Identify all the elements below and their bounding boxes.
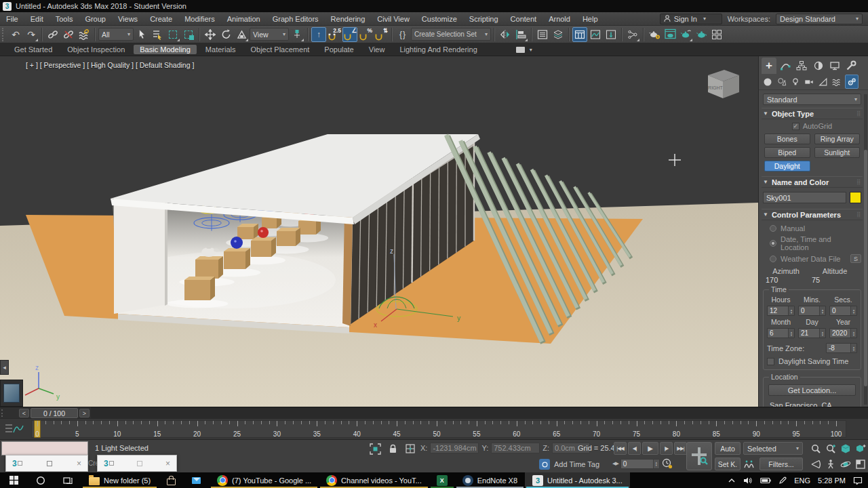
cameras-category[interactable] xyxy=(803,75,815,89)
trackbar-ruler[interactable]: 0510152025303540455055606570758085909510… xyxy=(0,419,868,439)
render-in-cloud-button[interactable] xyxy=(678,27,693,42)
menu-civil-view[interactable]: Civil View xyxy=(371,12,415,25)
play-button[interactable]: ▶ xyxy=(642,442,658,455)
menu-graph-editors[interactable]: Graph Editors xyxy=(267,12,325,25)
zoom-icon[interactable] xyxy=(808,441,823,456)
object-name-field[interactable]: Sky001 xyxy=(763,192,846,203)
viewport-label[interactable]: [ + ] [ Perspective ] [ High Quality ] [… xyxy=(26,61,194,69)
menu-modifiers[interactable]: Modifiers xyxy=(178,12,221,25)
field-of-view-icon[interactable] xyxy=(808,457,823,472)
create-tab[interactable]: + xyxy=(762,58,776,74)
viewport-scene[interactable]: z y x z x y xyxy=(0,56,758,407)
ribbon-tab-object-inspection[interactable]: Object Inspection xyxy=(61,45,131,54)
mins-spinner[interactable]: 0▴▾ xyxy=(798,306,826,316)
object-color-swatch[interactable] xyxy=(850,192,861,203)
maximize-viewport-toggle[interactable] xyxy=(853,457,867,472)
workspaces-dropdown[interactable]: Design Standard ▾ xyxy=(776,14,863,24)
ribbon-tab-get-started[interactable]: Get Started xyxy=(8,45,58,54)
snaps-toggle[interactable]: 2.5 xyxy=(327,27,342,42)
quick-render-button[interactable] xyxy=(694,27,709,42)
month-spinner[interactable]: 6▴▾ xyxy=(767,328,795,338)
clock[interactable]: 5:28 PM xyxy=(818,476,846,485)
radio-manual[interactable]: Manual xyxy=(762,223,863,234)
curve-editor-button[interactable] xyxy=(588,27,603,42)
language-indicator[interactable]: ENG xyxy=(794,476,810,485)
key-filters-button[interactable] xyxy=(742,458,755,471)
shapes-category[interactable] xyxy=(775,75,787,89)
selection-filter-dropdown[interactable]: All▾ xyxy=(98,28,134,41)
time-zone-spinner[interactable]: -8▴▾ xyxy=(826,343,857,353)
select-object-button[interactable] xyxy=(134,27,149,42)
schematic-view-button[interactable] xyxy=(604,27,618,42)
motion-tab[interactable] xyxy=(811,58,826,74)
taskbar-button-store[interactable] xyxy=(158,472,184,488)
add-time-tag[interactable]: Add Time Tag xyxy=(539,459,599,470)
toggle-scene-explorer-button[interactable] xyxy=(535,27,550,42)
isolate-selection-toggle[interactable] xyxy=(368,442,382,455)
object-type-daylight-button[interactable]: Daylight xyxy=(764,161,810,171)
name-color-header[interactable]: ▼Name and Color⣿ xyxy=(762,176,863,188)
walk-through-icon[interactable] xyxy=(823,457,837,472)
time-slider-track[interactable] xyxy=(91,407,868,418)
zoom-all-icon[interactable] xyxy=(823,441,837,456)
percent-snap-toggle[interactable]: % xyxy=(358,27,373,42)
reference-coordinate-dropdown[interactable]: View▾ xyxy=(250,28,289,41)
panel-collapse-arrow[interactable]: ◂ xyxy=(0,360,9,375)
autogrid-checkbox[interactable]: ✓ xyxy=(792,123,800,130)
redo-button[interactable]: ↷ xyxy=(24,27,39,42)
toggle-layer-explorer-button[interactable] xyxy=(551,27,566,42)
space-warps-category[interactable] xyxy=(831,75,843,89)
get-location-button[interactable]: Get Location... xyxy=(768,384,856,396)
rectangular-selection-region-button[interactable] xyxy=(165,27,180,42)
angle-snap-toggle[interactable]: ∠ xyxy=(342,27,357,42)
unlink-selection-button[interactable] xyxy=(61,27,76,42)
viewport-layout-tab[interactable] xyxy=(0,380,23,407)
secs-spinner[interactable]: 0▴▾ xyxy=(829,306,857,316)
menu-scripting[interactable]: Scripting xyxy=(463,12,505,25)
rendered-frame-window-button[interactable] xyxy=(663,27,677,42)
ribbon-tab-object-placement[interactable]: Object Placement xyxy=(244,45,315,54)
frame-number-spinner[interactable]: 0▴▾ xyxy=(620,459,660,469)
sign-in-button[interactable]: Sign In ▾ xyxy=(660,14,722,24)
menu-views[interactable]: Views xyxy=(112,12,144,25)
systems-category[interactable] xyxy=(845,75,859,89)
menu-tools[interactable]: Tools xyxy=(50,12,79,25)
previous-frame-button[interactable]: < xyxy=(19,409,29,418)
select-and-scale-button[interactable] xyxy=(234,27,249,42)
zoom-extents-icon[interactable] xyxy=(838,441,852,456)
scrollbar-thumb[interactable] xyxy=(864,150,867,386)
compare-renders-button[interactable] xyxy=(709,27,724,42)
select-and-rotate-button[interactable] xyxy=(218,27,233,42)
menu-file[interactable]: File xyxy=(0,12,24,25)
set-key-button[interactable]: Set K. xyxy=(715,458,741,470)
render-setup-button[interactable] xyxy=(647,27,662,42)
year-spinner[interactable]: 2020▴▾ xyxy=(829,328,857,338)
menu-content[interactable]: Content xyxy=(505,12,543,25)
menu-customize[interactable]: Customize xyxy=(416,12,463,25)
select-and-link-button[interactable] xyxy=(45,27,60,42)
hierarchy-tab[interactable] xyxy=(794,58,809,74)
filters-button[interactable]: Filters... xyxy=(760,458,803,470)
undo-button[interactable]: ↶ xyxy=(8,27,23,42)
menu-edit[interactable]: Edit xyxy=(24,12,50,25)
object-type-biped-button[interactable]: Biped xyxy=(764,147,810,158)
taskbar-button-channel-videos[interactable]: Channel videos - YouT... xyxy=(319,472,429,488)
orbit-icon[interactable] xyxy=(838,457,852,472)
viewcube[interactable]: RIGHT xyxy=(698,63,746,104)
taskbar-button-3ds-max[interactable]: 3Untitled - Autodesk 3... xyxy=(525,472,630,488)
bind-to-space-warp-button[interactable] xyxy=(77,27,92,42)
next-frame-button[interactable]: > xyxy=(79,409,90,418)
control-parameters-header[interactable]: ▼Control Parameters⣿ xyxy=(762,209,863,220)
battery-icon[interactable] xyxy=(760,477,771,484)
menu-animation[interactable]: Animation xyxy=(221,12,267,25)
floating-window-1[interactable]: 3 × xyxy=(5,455,88,472)
use-pivot-center-button[interactable] xyxy=(290,27,304,42)
perspective-viewport[interactable]: z y x z x y xyxy=(0,56,758,407)
radio-weather-data-file[interactable]: Weather Data FileS xyxy=(762,253,863,264)
volume-icon[interactable] xyxy=(743,476,753,485)
start-button[interactable] xyxy=(0,472,27,488)
task-view-button[interactable] xyxy=(54,472,81,488)
close-icon[interactable]: × xyxy=(165,460,170,468)
keyboard-override-toggle[interactable]: ↑ xyxy=(311,27,326,42)
mirror-button[interactable] xyxy=(498,27,513,42)
